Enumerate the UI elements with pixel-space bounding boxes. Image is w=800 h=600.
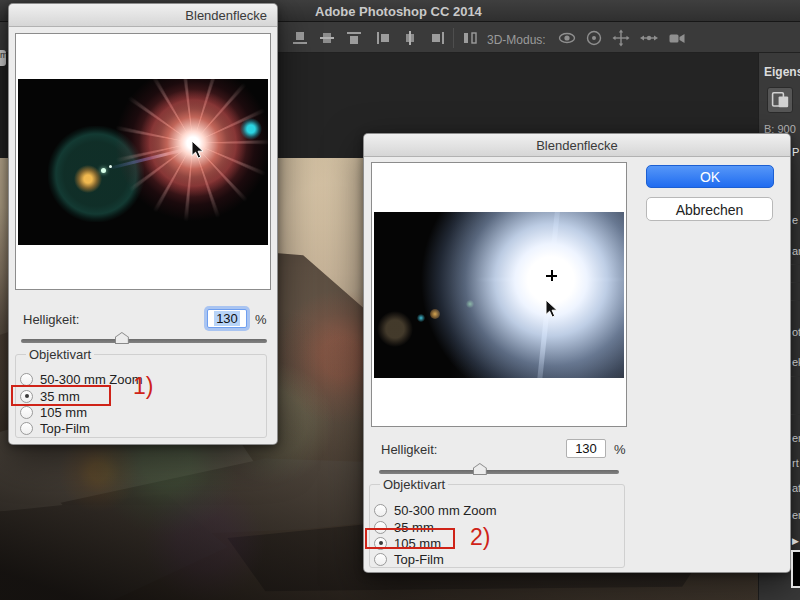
flare-preview-right[interactable] <box>371 162 627 427</box>
panel-text-fragment: at <box>792 482 800 494</box>
flare-dot <box>101 168 106 173</box>
radio-option-top-film[interactable]: Top-Film <box>20 420 90 436</box>
panel-text-fragment: ek <box>792 356 800 368</box>
align-bottom-edges-icon[interactable] <box>290 29 310 47</box>
lens-flare-dialog-left: Blendenflecke Helligkeit: 130 % Objekti <box>8 3 278 445</box>
occluded-control-fragment: m <box>0 50 6 66</box>
panel-divider <box>791 414 800 415</box>
ok-button[interactable]: OK <box>646 165 774 188</box>
brightness-input[interactable]: 130 <box>566 439 606 458</box>
hexagon-flare-ghost <box>377 311 413 347</box>
3d-orbit-icon[interactable] <box>557 29 577 47</box>
annotation-label-2: 2) <box>470 524 490 551</box>
slider-thumb[interactable] <box>115 332 129 344</box>
color-swatch[interactable] <box>791 550 800 588</box>
lens-type-group: Objektivart 50-300 mm Zoom 35 mm 105 mm … <box>369 484 625 568</box>
orange-flare-spot <box>73 164 103 194</box>
radio-option-50-300mm[interactable]: 50-300 mm Zoom <box>374 502 497 518</box>
brightness-input[interactable]: 130 <box>207 309 247 328</box>
properties-panel-title: Eigens <box>764 65 800 79</box>
annotation-box-2 <box>365 528 455 549</box>
align-top-edges-icon[interactable] <box>344 29 364 47</box>
mask-button[interactable] <box>767 87 793 113</box>
masks-icon <box>769 89 793 111</box>
panel-divider <box>791 376 800 377</box>
align-right-edges-icon[interactable] <box>427 29 447 47</box>
app-title: Adobe Photoshop CC 2014 <box>315 4 482 19</box>
3d-mode-label: 3D-Modus: <box>487 33 546 47</box>
photoshop-window: Adobe Photoshop CC 2014 3D-Modus: m Eige… <box>0 0 800 600</box>
lens-type-group-label: Objektivart <box>380 477 448 492</box>
flare-image-105mm[interactable] <box>374 212 624 378</box>
brightness-unit: % <box>614 442 626 457</box>
radio-circle[interactable] <box>20 422 33 435</box>
slider-track[interactable] <box>21 339 267 343</box>
annotation-label-1: 1) <box>133 373 153 400</box>
white-flare-glow <box>421 212 624 378</box>
mouse-cursor-icon <box>545 299 558 318</box>
brightness-label: Helligkeit: <box>381 442 437 457</box>
red-flare-glow <box>108 79 268 228</box>
cyan-flare-dot <box>240 118 262 140</box>
distribute-widths-icon[interactable] <box>460 29 480 47</box>
brightness-slider[interactable] <box>21 334 267 346</box>
align-left-edges-icon[interactable] <box>373 29 393 47</box>
flare-preview-left[interactable] <box>15 33 271 290</box>
panel-text-fragment: ot <box>792 326 800 338</box>
brightness-unit: % <box>255 312 267 327</box>
brightness-label: Helligkeit: <box>23 312 79 327</box>
cancel-button[interactable]: Abbrechen <box>646 197 773 221</box>
align-vertical-centers-icon[interactable] <box>317 29 337 47</box>
radio-circle[interactable] <box>20 406 33 419</box>
radio-option-105mm[interactable]: 105 mm <box>20 404 87 420</box>
slider-track[interactable] <box>379 470 619 474</box>
panel-expand-arrow-icon[interactable]: ▶ <box>792 536 799 546</box>
flare-image-35mm[interactable] <box>18 79 268 245</box>
annotation-box-1 <box>11 385 111 406</box>
3d-camera-icon[interactable] <box>667 29 687 47</box>
panel-text-fragment: rt <box>792 457 799 469</box>
panel-text-fragment: er <box>792 509 800 521</box>
dialog-title[interactable]: Blendenflecke <box>364 134 790 157</box>
radio-circle[interactable] <box>374 553 387 566</box>
panel-divider <box>791 264 800 265</box>
mouse-cursor-icon <box>191 140 204 159</box>
lens-type-group-label: Objektivart <box>26 347 94 362</box>
lens-flare-dialog-right: Blendenflecke OK Abbrechen Helligkeit: 1… <box>363 133 791 573</box>
dialog-title[interactable]: Blendenflecke <box>9 4 277 27</box>
panel-text-fragment: an <box>792 245 800 257</box>
panel-text-fragment: P <box>792 146 799 158</box>
flare-center-crosshair[interactable] <box>551 270 553 281</box>
brightness-slider[interactable] <box>379 465 619 477</box>
3d-roll-icon[interactable] <box>584 29 604 47</box>
3d-slide-icon[interactable] <box>639 29 659 47</box>
panel-divider <box>791 300 800 301</box>
radio-option-top-film[interactable]: Top-Film <box>374 551 444 567</box>
panel-text-fragment: e <box>792 214 798 226</box>
3d-pan-icon[interactable] <box>611 29 631 47</box>
align-horizontal-centers-icon[interactable] <box>400 29 420 47</box>
toolbar-separator <box>453 28 454 48</box>
panel-divider <box>791 282 800 283</box>
panel-text-fragment: er <box>792 432 800 444</box>
slider-thumb[interactable] <box>473 463 487 475</box>
radio-circle[interactable] <box>20 373 33 386</box>
radio-circle[interactable] <box>374 504 387 517</box>
